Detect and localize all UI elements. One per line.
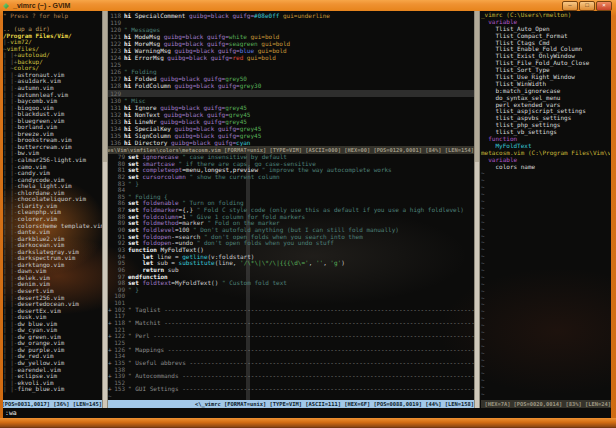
code-line[interactable]: 130" Misc xyxy=(108,97,474,104)
empty-line[interactable]: ~ xyxy=(481,246,610,253)
empty-line[interactable]: ~ xyxy=(481,233,610,240)
code-line[interactable]: +126" Mappings -------------------------… xyxy=(108,347,474,354)
tag-line[interactable]: Tlist_Enable_Fold_Column xyxy=(481,46,610,53)
empty-line[interactable]: ~ xyxy=(481,308,610,315)
code-line[interactable]: 94 let line = getline(v:foldstart) xyxy=(108,254,474,261)
statusline-explorer[interactable]: [POS=0031,0017] [36%] [LEN=145] xyxy=(3,400,102,408)
vimrc-scrollbar[interactable] xyxy=(474,11,480,408)
code-line[interactable]: 121hi ModeMsg guibg=black guifg=white gu… xyxy=(108,33,474,40)
code-line[interactable]: 132hi NonText guibg=black guifg=grey45 xyxy=(108,111,474,118)
empty-line[interactable]: ~ xyxy=(481,184,610,191)
empty-line[interactable]: ~ xyxy=(481,363,610,370)
code-line[interactable]: 82set cursorcolumn " show the current co… xyxy=(108,174,474,181)
tag-line[interactable]: do_syntax_sel_menu xyxy=(481,95,610,102)
code-line[interactable]: 125 xyxy=(108,340,474,347)
empty-line[interactable]: ~ xyxy=(481,370,610,377)
empty-line[interactable]: ~ xyxy=(481,198,610,205)
code-line[interactable]: 124hi ErrorMsg guibg=black guifg=red gui… xyxy=(108,54,474,61)
empty-line[interactable]: ~ xyxy=(481,322,610,329)
scrollbar-thumb[interactable] xyxy=(475,11,479,162)
explorer-item[interactable]: | |-fine_blue.vim xyxy=(3,386,102,393)
empty-line[interactable]: ~ xyxy=(481,343,610,350)
empty-line[interactable]: ~ xyxy=(481,315,610,322)
scrollbar-thumb[interactable] xyxy=(103,11,107,162)
empty-line[interactable]: ~ xyxy=(481,219,610,226)
code-line[interactable]: 84 xyxy=(108,187,474,194)
empty-line[interactable]: ~ xyxy=(481,191,610,198)
tag-line[interactable]: tlist_aspjscript_settings xyxy=(481,108,610,115)
code-line[interactable]: +139" Autocommands ---------------------… xyxy=(108,373,474,380)
tag-line[interactable]: MyFoldText xyxy=(481,143,610,150)
code-line[interactable]: 80set smartcase " if there are caps, go … xyxy=(108,161,474,168)
code-line[interactable]: 138 xyxy=(108,367,474,374)
code-line[interactable]: 129 xyxy=(108,90,474,97)
empty-line[interactable]: ~ xyxy=(481,384,610,391)
code-line[interactable]: 152 xyxy=(108,380,474,387)
empty-line[interactable]: ~ xyxy=(481,350,610,357)
code-line[interactable]: +118" Matchit --------------------------… xyxy=(108,320,474,327)
empty-line[interactable]: ~ xyxy=(481,170,610,177)
code-line[interactable]: 122hi MoreMsg guibg=black guifg=seagreen… xyxy=(108,40,474,47)
empty-line[interactable]: ~ xyxy=(481,260,610,267)
code-line[interactable]: 119 xyxy=(108,19,474,26)
code-line[interactable]: 95 let sub = substitute(line, '/\*\|\*/\… xyxy=(108,260,474,267)
empty-line[interactable]: ~ xyxy=(481,253,610,260)
tag-line[interactable]: tlist_vb_settings xyxy=(481,129,610,136)
code-line[interactable]: 88set foldcolumn=1 " Give 1 column for f… xyxy=(108,214,474,221)
code-line[interactable]: 91set foldopen-=search " don't open fold… xyxy=(108,234,474,241)
code-line[interactable]: +122" Perl -----------------------------… xyxy=(108,333,474,340)
code-line[interactable]: 125 xyxy=(108,61,474,68)
tag-line[interactable]: variable xyxy=(481,19,610,26)
code-line[interactable]: 98set foldtext=MyFoldText() " Custom fol… xyxy=(108,280,474,287)
command-line[interactable]: :wa xyxy=(3,408,611,418)
code-line[interactable]: 93function MyFoldText() xyxy=(108,247,474,254)
maximize-button[interactable]: □ xyxy=(579,1,595,11)
tag-line[interactable]: b:match_ignorecase xyxy=(481,88,610,95)
close-button[interactable]: × xyxy=(596,1,612,11)
code-line[interactable]: 92set foldopen-=undo " don't open folds … xyxy=(108,240,474,247)
tag-line[interactable]: metacosm.vim (C:\Program Files\Vim\vi xyxy=(481,150,610,157)
empty-line[interactable]: ~ xyxy=(481,391,610,398)
empty-line[interactable]: ~ xyxy=(481,288,610,295)
code-line[interactable]: 90set foldlevel=100 " Don't autofold any… xyxy=(108,227,474,234)
code-line[interactable]: 87set foldmarker={,} " Fold C style code… xyxy=(108,207,474,214)
tag-line[interactable]: Tlist_WinWidth xyxy=(481,81,610,88)
statusline-taglist[interactable]: [ASCII=122] [HEX=7A] [POS=0020,0014] [83… xyxy=(481,400,611,408)
empty-line[interactable]: ~ xyxy=(481,295,610,302)
empty-line[interactable]: ~ xyxy=(481,212,610,219)
tag-line[interactable]: perl_extended_vars xyxy=(481,102,610,109)
code-line[interactable]: 100 xyxy=(108,293,474,300)
tag-line[interactable]: function xyxy=(481,136,610,143)
tag-line[interactable]: colors_name xyxy=(481,164,610,171)
empty-line[interactable]: ~ xyxy=(481,267,610,274)
tag-line[interactable]: Tlist_Exist_OnlyWindow xyxy=(481,53,610,60)
code-line[interactable]: 89set foldmethod=marker " Fold on the ma… xyxy=(108,220,474,227)
statusline-metacosm[interactable]: <m Files\Vim\vimfiles\colors\metacosm.vi… xyxy=(108,146,474,154)
tag-line[interactable]: tlist_aspvbs_settings xyxy=(481,115,610,122)
code-line[interactable]: 135hi SignColumn guibg=black guifg=grey4… xyxy=(108,132,474,139)
code-line[interactable]: 134hi SpecialKey guibg=black guifg=grey4… xyxy=(108,125,474,132)
tag-line[interactable]: variable xyxy=(481,157,610,164)
code-line[interactable]: 97endfunction xyxy=(108,274,474,281)
statusline-vimrc[interactable]: <\_vimrc [FORMAT=unix] [TYPE=VIM] [ASCII… xyxy=(108,400,474,408)
tag-line[interactable]: Tlist_Ctags_Cmd xyxy=(481,40,610,47)
empty-line[interactable]: ~ xyxy=(481,281,610,288)
empty-line[interactable]: ~ xyxy=(481,301,610,308)
code-line[interactable]: 85" Folding { xyxy=(108,194,474,201)
code-line[interactable]: 134 xyxy=(108,353,474,360)
code-line[interactable]: 117 xyxy=(108,313,474,320)
code-line[interactable]: 123hi WarningMsg guibg=black guifg=blue … xyxy=(108,47,474,54)
empty-line[interactable]: ~ xyxy=(481,274,610,281)
code-line[interactable]: 101 xyxy=(108,300,474,307)
code-line[interactable]: 127hi Folded guibg=black guifg=grey50 xyxy=(108,75,474,82)
code-line[interactable]: 133hi LineNr guibg=black guifg=grey45 xyxy=(108,118,474,125)
minimize-button[interactable]: – xyxy=(562,1,578,11)
empty-line[interactable]: ~ xyxy=(481,329,610,336)
code-line[interactable]: +153" GUI Settings ---------------------… xyxy=(108,386,474,393)
code-line[interactable]: 126" Folding xyxy=(108,68,474,75)
code-line[interactable]: 121 xyxy=(108,327,474,334)
tag-line[interactable]: Tlist_Use_Right_Window xyxy=(481,74,610,81)
code-line[interactable]: 86set foldenable " Turn on folding xyxy=(108,200,474,207)
code-line[interactable]: 81set completeopt=menu,longest,preview "… xyxy=(108,167,474,174)
code-line[interactable]: ~ xyxy=(108,393,474,400)
